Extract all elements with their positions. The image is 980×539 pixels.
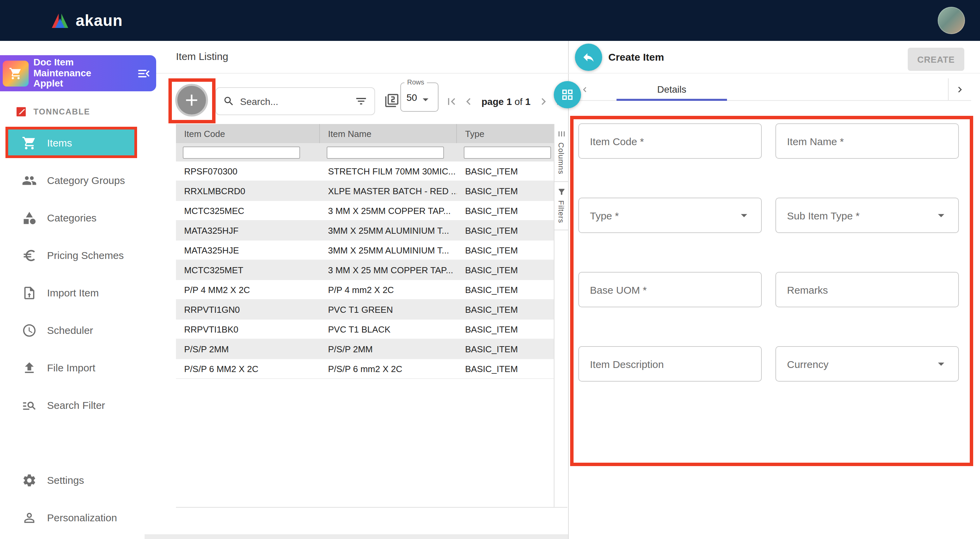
chevron-left-icon (462, 95, 475, 108)
dropdown-caret-icon (934, 357, 949, 371)
sidebar-item-personalization[interactable]: Personalization (0, 502, 145, 533)
columns-panel-tab[interactable]: Columns (554, 124, 568, 182)
table-row[interactable]: P/S/P 6 MM2 X 2CP/S/P 6 mm2 X 2CBASIC_IT… (176, 359, 554, 379)
filter-input-item-name[interactable] (327, 146, 444, 159)
table-row[interactable]: MATA325HJF3MM X 25MM ALUMINIUM T...BASIC… (176, 221, 554, 241)
item-code-field[interactable]: Item Code * (578, 123, 762, 159)
item-description-field[interactable]: Item Description (578, 346, 762, 382)
rows-per-page-select[interactable]: Rows 50 (400, 82, 439, 112)
table-row[interactable]: RPSF070300STRETCH FILM 70MM 30MIC...BASI… (176, 162, 554, 181)
field-label: Sub Item Type * (787, 209, 860, 221)
rows-label: Rows (404, 78, 427, 86)
sidebar-item-file-import[interactable]: File Import (0, 352, 145, 383)
clock-icon (22, 323, 37, 338)
sidebar-item-label: Pricing Schemes (47, 249, 124, 261)
top-navbar: akaun (0, 0, 980, 41)
search-icon (223, 95, 235, 107)
sidebar-item-categories[interactable]: Categories (0, 202, 145, 233)
file-upload-icon (22, 285, 37, 300)
search-input[interactable] (239, 95, 350, 107)
sidebar-item-search-filter[interactable]: Search Filter (0, 390, 145, 420)
gear-icon (22, 472, 37, 488)
prev-page-button[interactable] (460, 94, 477, 110)
layout-toggle-button[interactable] (554, 81, 581, 108)
table-side-panel: Columns Filters (554, 124, 568, 507)
filters-panel-tab[interactable]: Filters (554, 182, 568, 231)
sidebar-item-label: Personalization (47, 512, 117, 523)
next-page-button[interactable] (535, 94, 552, 110)
tabs-next-button[interactable] (948, 78, 971, 100)
detail-tabs: Details (576, 78, 971, 101)
page-current: 1 (506, 96, 512, 107)
page-indicator: page 1 of 1 (482, 96, 531, 107)
sidebar-item-settings[interactable]: Settings (0, 465, 145, 495)
user-avatar[interactable] (938, 7, 965, 34)
duplicate-page-icon[interactable] (385, 94, 399, 108)
sidebar-item-pricing-schemes[interactable]: Pricing Schemes (0, 240, 145, 271)
base-uom-field[interactable]: Base UOM * (578, 272, 762, 307)
pagination: page 1 of 1 (443, 87, 569, 116)
create-button[interactable]: CREATE (908, 48, 964, 71)
sub-item-type-select[interactable]: Sub Item Type * (775, 198, 959, 233)
search-list-icon (22, 398, 37, 412)
app-root: akaun Doc Item Maintenance Applet TONNCA… (0, 0, 980, 539)
company-name: TONNCABLE (33, 107, 90, 117)
sidebar-item-label: Import Item (47, 287, 99, 298)
plus-icon (182, 90, 201, 110)
item-listing-pane: Item Listing Rows 50 page 1 of 1 (145, 41, 569, 539)
company-row: TONNCABLE (15, 103, 90, 120)
filter-list-icon[interactable] (355, 95, 368, 108)
sidebar-item-import-item[interactable]: Import Item (0, 277, 145, 308)
table-row[interactable]: MCTC325MEC3 MM X 25MM COPPER TAP...BASIC… (176, 201, 554, 221)
table-filter-row (176, 143, 554, 162)
field-label: Remarks (787, 284, 828, 295)
column-header-item-code[interactable]: Item Code (176, 124, 320, 143)
sidebar-item-label: Search Filter (47, 399, 105, 411)
euro-icon (22, 248, 37, 263)
column-header-type[interactable]: Type (457, 124, 554, 143)
table-row[interactable]: RRPVTI1BK0PVC T1 BLACKBASIC_ITEM (176, 320, 554, 339)
table-row[interactable]: RRXLMBCRD0XLPE MASTER BATCH - RED ...BAS… (176, 181, 554, 201)
funnel-icon (557, 187, 566, 196)
detail-header-divider (569, 73, 980, 74)
of-word: of (515, 96, 522, 107)
first-page-button[interactable] (443, 94, 460, 110)
table-body: RPSF070300STRETCH FILM 70MM 30MIC...BASI… (176, 162, 554, 379)
page-total: 1 (525, 96, 531, 107)
dropdown-caret-icon (737, 208, 751, 223)
field-label: Currency (787, 358, 829, 370)
dropdown-caret-icon (418, 92, 432, 106)
item-name-field[interactable]: Item Name * (775, 123, 959, 159)
field-label: Item Name * (787, 135, 844, 147)
back-button[interactable] (575, 44, 602, 71)
sidebar-item-items[interactable]: Items (8, 127, 135, 158)
field-label: Base UOM * (590, 284, 647, 295)
sidebar-item-category-groups[interactable]: Category Groups (0, 165, 145, 195)
table-bottom-border (176, 507, 567, 508)
pane-header-divider (145, 73, 569, 74)
akaun-triangle-icon (51, 11, 70, 29)
table-row[interactable]: MATA325HJE3MM X 25MM ALUMINIUM T...BASIC… (176, 241, 554, 260)
table-row[interactable]: RRPVTI1GN0PVC T1 GREENBASIC_ITEM (176, 300, 554, 320)
sidebar-collapse-icon[interactable] (137, 66, 151, 81)
chevron-right-icon (537, 95, 550, 108)
pane-title: Item Listing (176, 51, 228, 62)
filter-input-type[interactable] (464, 146, 551, 159)
brand-logo[interactable]: akaun (51, 0, 123, 41)
table-row[interactable]: MCTC325MET3 MM X 25 MM COPPER TAP...BASI… (176, 260, 554, 280)
table-row[interactable]: P/P 4 MM2 X 2CP/P 4 mm2 X 2CBASIC_ITEM (176, 280, 554, 300)
sidebar-item-scheduler[interactable]: Scheduler (0, 315, 145, 346)
column-header-item-name[interactable]: Item Name (320, 124, 457, 143)
type-select[interactable]: Type * (578, 198, 762, 233)
filter-input-item-code[interactable] (183, 146, 300, 159)
company-logo-icon (15, 106, 27, 118)
tab-details[interactable]: Details (617, 78, 727, 100)
remarks-field[interactable]: Remarks (775, 272, 959, 307)
filters-tab-label: Filters (557, 200, 565, 223)
active-tab-underline (617, 99, 727, 101)
currency-select[interactable]: Currency (775, 346, 959, 382)
category-icon (22, 210, 37, 225)
applet-header: Doc Item Maintenance Applet (0, 55, 156, 91)
table-row[interactable]: P/S/P 2MMP/S/P 2MMBASIC_ITEM (176, 339, 554, 359)
add-item-button[interactable] (175, 84, 208, 117)
